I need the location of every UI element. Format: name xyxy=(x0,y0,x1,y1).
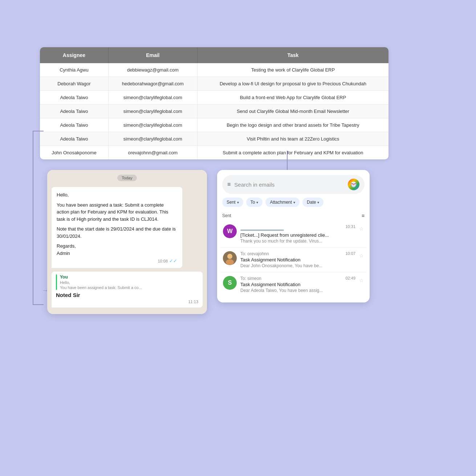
filter-attachment-button[interactable]: Attachment ▾ xyxy=(265,198,300,207)
email-list-item[interactable]: STo: simeon02:49Task Assignment Notifica… xyxy=(220,272,367,297)
cell-task: Develop a low-fi UI design for proposal … xyxy=(197,77,388,91)
message-line-1: Hello, xyxy=(57,191,177,199)
date-arrow-icon: ▾ xyxy=(317,200,319,204)
email-list: W10:31[Ticket...] Request from unregiste… xyxy=(217,221,370,297)
gmail-logo xyxy=(348,179,359,190)
sort-filter-icon[interactable]: ≡ xyxy=(362,213,365,219)
email-item-content: To: simeon02:49Task Assignment Notificat… xyxy=(240,276,355,293)
table-row: Adeola Taiwosimeon@clarylifeglobal.comBu… xyxy=(40,91,388,105)
task-table: Assignee Email Task Cynthia Agwudebbiewa… xyxy=(40,47,388,159)
cell-task: Submit a complete action plan for Februa… xyxy=(197,146,388,160)
cell-email: simeon@clarylifeglobal.com xyxy=(108,91,197,105)
email-list-item[interactable]: To: orevajohnn10:07Task Assignment Notif… xyxy=(220,248,367,272)
email-preview: Dear John Onosakponome, You have be... xyxy=(240,263,355,268)
cell-task: Build a front-end Web App for Clarylife … xyxy=(197,91,388,105)
message-line-3: Note that the start date is 29/01/2024 a… xyxy=(57,225,177,240)
filter-to-button[interactable]: To ▾ xyxy=(246,198,263,207)
email-top-row: 10:31 xyxy=(240,224,355,229)
email-list-item[interactable]: W10:31[Ticket...] Request from unregiste… xyxy=(220,221,367,248)
col-header-email: Email xyxy=(108,47,197,63)
reply-preview-text2: You have been assigned a task: Submit a … xyxy=(60,285,198,290)
cell-email: simeon@clarylifeglobal.com xyxy=(108,118,197,132)
search-input-label[interactable]: Search in emails xyxy=(234,182,344,188)
message-line-4: Regards,Admin xyxy=(57,243,177,257)
svg-point-4 xyxy=(226,259,234,265)
connector-left xyxy=(33,131,44,305)
cell-assignee: Cynthia Agwu xyxy=(40,63,108,77)
cell-email: simeon@clarylifeglobal.com xyxy=(108,105,197,118)
star-icon[interactable]: ☆ xyxy=(359,253,364,259)
reply-border: You Hello, You have been assigned a task… xyxy=(56,274,198,290)
avatar: W xyxy=(223,224,237,238)
email-preview: Thank you so much for the update. Virus.… xyxy=(240,239,355,244)
double-tick-icon: ✓✓ xyxy=(169,258,177,264)
table-row: Adeola Taiwosimeon@clarylifeglobal.comSe… xyxy=(40,105,388,118)
received-time: 10:08 ✓✓ xyxy=(57,258,177,264)
email-filters: Sent ▾ To ▾ Attachment ▾ Date ▾ xyxy=(217,198,370,207)
table-row: Adeola Taiwosimeon@clarylifeglobal.comBe… xyxy=(40,118,388,132)
chat-body: Hello, You have been assigned a task: Su… xyxy=(47,184,207,314)
star-icon[interactable]: ☆ xyxy=(359,226,364,232)
reply-label: You xyxy=(60,274,198,280)
cell-email: debbiewagz@gmail.com xyxy=(108,63,197,77)
cell-assignee: Deborah Wagor xyxy=(40,77,108,91)
email-subject: Task Assignment Notification xyxy=(240,282,355,287)
email-item-content: To: orevajohnn10:07Task Assignment Notif… xyxy=(240,251,355,268)
cell-assignee: John Onosakponome xyxy=(40,146,108,160)
cell-task: Begin the logo design and other brand as… xyxy=(197,118,388,132)
email-section-label: Sent ≡ xyxy=(217,211,370,221)
cell-assignee: Adeola Taiwo xyxy=(40,91,108,105)
whatsapp-chat-panel: Today Hello, You have been assigned a ta… xyxy=(47,170,207,314)
avatar xyxy=(223,251,237,265)
cell-task: Send out Clarylife Global Mid-month Emai… xyxy=(197,105,388,118)
cell-task: Visit Philtin and his team at 22Zero Log… xyxy=(197,132,388,146)
email-subject: [Ticket...] Request from unregistered cl… xyxy=(240,232,355,238)
avatar: S xyxy=(223,276,237,290)
reply-preview-text: Hello, xyxy=(60,280,198,285)
table-row: John Onosakponomeorevajohnn@gmail.comSub… xyxy=(40,146,388,160)
connector-down xyxy=(287,151,288,171)
email-top-row: To: orevajohnn10:07 xyxy=(240,251,355,256)
received-bubble: Hello, You have been assigned a task: Su… xyxy=(52,187,182,268)
cell-assignee: Adeola Taiwo xyxy=(40,132,108,146)
email-top-row: To: simeon02:49 xyxy=(240,276,355,281)
reply-time: 11:13 xyxy=(56,300,198,304)
to-arrow-icon: ▾ xyxy=(256,200,258,204)
email-time: 10:31 xyxy=(345,224,355,229)
table-row: Cynthia Agwudebbiewagz@gmail.comTesting … xyxy=(40,63,388,77)
cell-email: simeon@clarylifeglobal.com xyxy=(108,132,197,146)
email-time: 10:07 xyxy=(345,251,355,256)
col-header-task: Task xyxy=(197,47,388,63)
email-preview: Dear Adeola Taiwo, You have been assig..… xyxy=(240,288,355,293)
cell-email: hedeborahwagor@gmail.com xyxy=(108,77,197,91)
sent-arrow-icon: ▾ xyxy=(237,200,239,204)
email-search-bar[interactable]: ≡ Search in emails xyxy=(222,175,365,194)
cell-assignee: Adeola Taiwo xyxy=(40,118,108,132)
email-subject: Task Assignment Notification xyxy=(240,257,355,263)
cell-task: Testing the work of Clarylife Global ERP xyxy=(197,63,388,77)
email-subject-bar xyxy=(240,229,284,231)
reply-bubble: You Hello, You have been assigned a task… xyxy=(52,272,203,308)
cell-assignee: Adeola Taiwo xyxy=(40,105,108,118)
svg-point-3 xyxy=(227,254,232,259)
chat-date-badge: Today xyxy=(117,175,137,181)
star-icon[interactable]: ☆ xyxy=(359,277,364,283)
table-row: Adeola Taiwosimeon@clarylifeglobal.comVi… xyxy=(40,132,388,146)
chat-header: Today xyxy=(47,170,207,184)
filter-date-button[interactable]: Date ▾ xyxy=(302,198,324,207)
noted-text: Noted Sir xyxy=(56,292,198,298)
filter-sent-button[interactable]: Sent ▾ xyxy=(222,198,243,207)
table-row: Deborah Wagorhedeborahwagor@gmail.comDev… xyxy=(40,77,388,91)
hamburger-icon[interactable]: ≡ xyxy=(227,181,231,188)
col-header-assignee: Assignee xyxy=(40,47,108,63)
email-sender: To: orevajohnn xyxy=(240,251,269,256)
email-panel: ≡ Search in emails Sent ▾ To ▾ Attachmen… xyxy=(217,170,370,302)
email-time: 02:49 xyxy=(345,276,355,280)
message-line-2: You have been assigned a task: Submit a … xyxy=(57,202,177,223)
email-item-content: 10:31[Ticket...] Request from unregister… xyxy=(240,224,355,244)
cell-email: orevajohnn@gmail.com xyxy=(108,146,197,160)
email-sender: To: simeon xyxy=(240,276,261,281)
attachment-arrow-icon: ▾ xyxy=(293,200,295,204)
